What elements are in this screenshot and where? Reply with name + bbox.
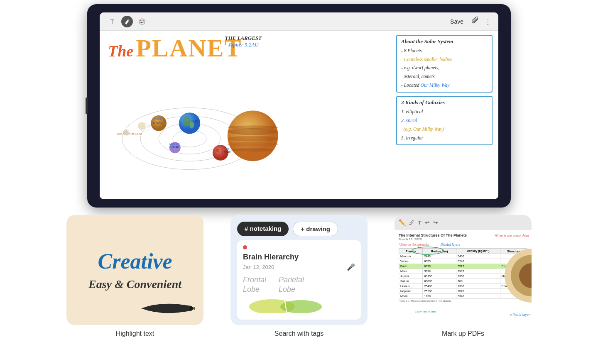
text-tool-button[interactable]: T <box>106 16 118 27</box>
note-item-examples: - e.g. dwarf planets, <box>401 64 488 72</box>
solar-system-diagram: Mars 1.53AU Earth <box>100 56 291 199</box>
note-item-examples2: asteroid, comets <box>401 72 488 81</box>
largest-planet-box: THE LARGEST Jupiter 5.2AU <box>225 35 262 48</box>
more-options-icon[interactable]: ⋮ <box>484 17 492 26</box>
creative-container: Creative <box>66 249 203 274</box>
note-red-dot <box>243 245 247 249</box>
note-elliptical: 1. elliptical <box>401 107 488 116</box>
svg-point-12 <box>228 136 278 142</box>
share-annotation: Share this to Tim! <box>415 310 436 313</box>
search-tags-card: # notetaking + drawing Brain Hierarchy J… <box>230 215 368 337</box>
divided-text: Divided layers <box>441 243 460 247</box>
svg-point-1 <box>140 20 142 21</box>
svg-point-22 <box>189 122 194 128</box>
tablet-screen: T Save <box>100 12 498 199</box>
svg-text:0.39AU: 0.39AU <box>170 146 179 149</box>
note-irregular: 3. irregular <box>401 134 488 142</box>
svg-point-3 <box>143 20 144 21</box>
solar-system-notes-list: - 8 Planets - Countless smaller bodies -… <box>401 46 488 89</box>
markup-text-icon[interactable]: T <box>418 220 422 226</box>
svg-point-10 <box>228 110 278 161</box>
highlight-text-card: Creative Easy & Convenient Highlight tex… <box>66 215 203 337</box>
tablet-toolbar: T Save <box>100 12 498 31</box>
palette-tool-button[interactable] <box>136 16 148 27</box>
markup-pen-icon[interactable]: ✏️ <box>399 219 406 226</box>
mic-icon: 🎤 <box>347 263 355 271</box>
tablet-section: T Save <box>0 0 598 208</box>
tablet-frame: T Save <box>87 4 511 208</box>
notes-area: About the Solar System - 8 Planets - Cou… <box>390 31 498 199</box>
galaxies-box-title: 3 Kinds of Galaxies <box>401 99 488 106</box>
pen-tool-button[interactable] <box>121 16 133 27</box>
creative-text: Creative <box>98 249 172 273</box>
handwritten-note: When is the essay dead <box>495 233 529 237</box>
svg-point-2 <box>142 19 143 20</box>
planet-diagram-area: The PLANET THE LARGEST Jupiter 5.2AU <box>100 31 390 199</box>
markup-redo-icon[interactable]: ↪ <box>433 219 438 226</box>
largest-value: Jupiter 5.2AU <box>225 42 262 48</box>
largest-label: THE LARGEST <box>225 35 262 42</box>
svg-text:The Moon of Earth: The Moon of Earth <box>117 132 142 136</box>
note-milky-way: (e.g. Our Milky Way) <box>401 125 488 134</box>
markup-pdfs-visual: ✏️ 🖊 T ↩ ↪ The Internal Structures Of Th… <box>395 215 532 325</box>
highlight-text-label: Highlight text <box>116 330 154 337</box>
tablet-side-button <box>86 98 88 114</box>
svg-point-32 <box>138 122 146 130</box>
svg-point-17 <box>216 149 219 152</box>
highlight-content: Creative Easy & Convenient <box>66 215 203 325</box>
search-tags-visual: # notetaking + drawing Brain Hierarchy J… <box>230 215 368 325</box>
tag-row: # notetaking + drawing <box>237 222 361 236</box>
galaxies-notes-box: 3 Kinds of Galaxies 1. elliptical 2. spi… <box>396 96 493 145</box>
svg-text:1.53AU: 1.53AU <box>222 151 231 154</box>
note-date: Jan 12, 2020 <box>243 264 274 270</box>
markup-document: The Internal Structures Of The Planets M… <box>395 230 532 325</box>
svg-text:Mars: Mars <box>223 147 230 150</box>
highlight-text-visual: Creative Easy & Convenient <box>66 215 203 325</box>
note-spiral: 2. spiral <box>401 116 488 125</box>
svg-point-15 <box>232 148 274 151</box>
stylus-icon <box>141 300 195 317</box>
markup-pdfs-card: ✏️ 🖊 T ↩ ↪ The Internal Structures Of Th… <box>395 215 532 337</box>
drawing-tag[interactable]: + drawing <box>293 222 338 236</box>
svg-point-4 <box>142 22 144 23</box>
search-tags-label: Search with tags <box>274 330 324 337</box>
easy-text: Easy & Convenient <box>88 278 181 291</box>
frontal-lobe-label: FrontalLobe <box>243 275 266 295</box>
note-date-row: Jan 12, 2020 🎤 <box>243 263 355 271</box>
solar-system-box-title: About the Solar System <box>401 38 488 45</box>
refer-text: *Refer to the appendix <box>399 243 429 247</box>
svg-text:Venus: Venus <box>153 117 162 120</box>
save-button[interactable]: Save <box>450 18 463 25</box>
note-item-smaller-bodies: - Countless smaller bodies <box>401 55 488 64</box>
svg-text:Mercury: Mercury <box>169 142 180 146</box>
col-planet: Planets <box>399 249 423 254</box>
markup-toolbar: ✏️ 🖊 T ↩ ↪ <box>395 215 532 230</box>
note-title: Brain Hierarchy <box>243 253 355 261</box>
svg-point-35 <box>124 130 129 135</box>
svg-text:Earth: Earth <box>191 117 198 120</box>
liquid-layer-text: a liquid layer <box>510 313 530 317</box>
markup-pdfs-label: Mark up PDFs <box>442 330 484 337</box>
svg-point-5 <box>141 22 142 23</box>
svg-point-14 <box>228 125 278 129</box>
galaxies-notes-list: 1. elliptical 2. spiral (e.g. Our Milky … <box>401 107 488 142</box>
svg-text:0.72AU: 0.72AU <box>153 121 163 124</box>
markup-content: ✏️ 🖊 T ↩ ↪ The Internal Structures Of Th… <box>395 215 532 325</box>
svg-point-21 <box>183 116 191 126</box>
markup-highlight-icon[interactable]: 🖊 <box>409 219 415 226</box>
svg-point-36 <box>193 307 195 310</box>
planet-cross-section <box>502 238 532 313</box>
canvas-area: The PLANET THE LARGEST Jupiter 5.2AU <box>100 31 498 199</box>
markup-undo-icon[interactable]: ↩ <box>425 219 430 226</box>
notetaking-tag[interactable]: # notetaking <box>237 222 289 236</box>
attach-icon[interactable] <box>472 17 479 26</box>
brain-diagram <box>243 296 326 313</box>
svg-text:1AU: 1AU <box>193 120 199 123</box>
solar-system-notes-box: About the Solar System - 8 Planets - Cou… <box>396 35 493 93</box>
col-radius: Radius (km) <box>423 249 456 254</box>
note-body-preview: FrontalLobe ParietalLobe <box>243 275 355 295</box>
search-note-card: Brain Hierarchy Jan 12, 2020 🎤 FrontalLo… <box>237 240 361 320</box>
parietal-lobe-label: ParietalLobe <box>279 275 304 295</box>
search-content: # notetaking + drawing Brain Hierarchy J… <box>230 215 368 325</box>
svg-point-13 <box>228 142 278 147</box>
